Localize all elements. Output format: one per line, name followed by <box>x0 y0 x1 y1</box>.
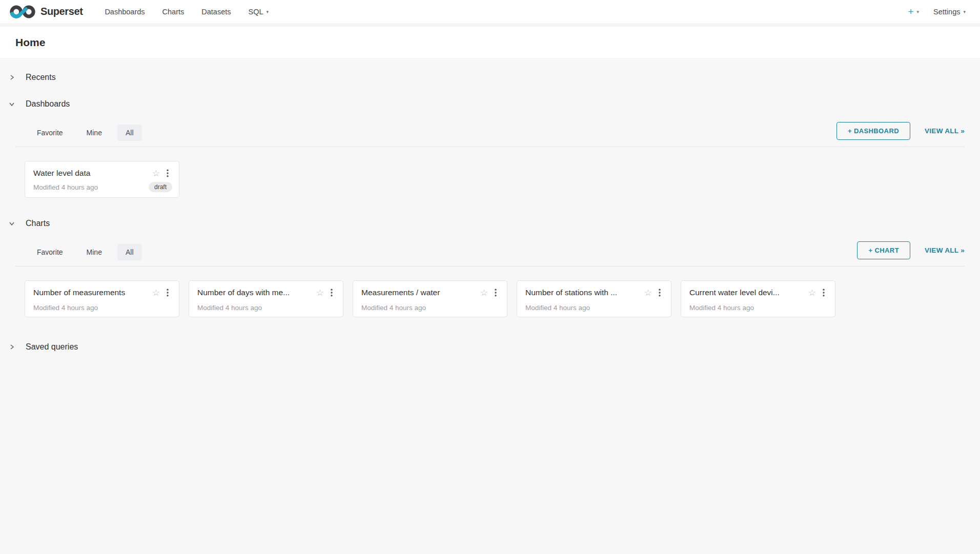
brand-name: Superset <box>40 6 83 17</box>
card-modified: Modified 4 hours ago <box>361 304 426 312</box>
card-modified: Modified 4 hours ago <box>33 304 98 312</box>
section-title: Dashboards <box>26 99 70 109</box>
nav-item-label: SQL <box>249 8 263 16</box>
draft-badge: draft <box>149 182 172 192</box>
favorite-star-icon[interactable]: ☆ <box>641 289 655 297</box>
kebab-menu-icon[interactable] <box>163 287 172 298</box>
chevron-right-icon <box>9 344 15 350</box>
caret-down-icon: ▾ <box>963 9 966 14</box>
new-chart-button[interactable]: + CHART <box>857 241 910 259</box>
card-modified: Modified 4 hours ago <box>197 304 262 312</box>
tab-favorite[interactable]: Favorite <box>29 244 71 260</box>
dashboards-view-all-link[interactable]: VIEW ALL » <box>925 127 965 135</box>
superset-logo[interactable]: Superset <box>9 5 83 18</box>
nav-item-label: Charts <box>162 8 185 16</box>
charts-actions: + CHART VIEW ALL » <box>857 241 965 262</box>
tab-mine[interactable]: Mine <box>78 244 110 260</box>
caret-down-icon: ▾ <box>917 9 920 14</box>
tab-all[interactable]: All <box>117 244 142 260</box>
tab-all[interactable]: All <box>117 125 142 141</box>
section-charts-header[interactable]: Charts <box>0 212 980 235</box>
charts-subheader: Favorite Mine All + CHART VIEW ALL » <box>15 238 965 266</box>
chevron-down-icon <box>9 101 15 107</box>
charts-view-all-link[interactable]: VIEW ALL » <box>925 247 965 254</box>
card-title[interactable]: Measurements / water <box>361 288 477 297</box>
card-title[interactable]: Water level data <box>33 169 149 178</box>
nav-divider <box>0 23 980 27</box>
section-dashboards-header[interactable]: Dashboards <box>0 93 980 115</box>
kebab-menu-icon[interactable] <box>163 168 172 179</box>
caret-down-icon: ▾ <box>267 9 269 14</box>
nav-item-dashboards[interactable]: Dashboards <box>96 0 153 23</box>
card-title[interactable]: Current water level devi... <box>689 288 805 297</box>
chart-card[interactable]: Current water level devi... ☆ Modified 4… <box>681 280 835 317</box>
settings-menu-button[interactable]: Settings ▾ <box>926 0 973 23</box>
dashboard-card[interactable]: Water level data ☆ Modified 4 hours ago … <box>25 161 179 198</box>
nav-item-datasets[interactable]: Datasets <box>193 0 239 23</box>
charts-tabs: Favorite Mine All <box>29 244 142 260</box>
superset-infinity-icon <box>9 5 36 18</box>
new-dashboard-button[interactable]: + DASHBOARD <box>836 122 910 140</box>
chart-card[interactable]: Measurements / water ☆ Modified 4 hours … <box>353 280 507 317</box>
favorite-star-icon[interactable]: ☆ <box>149 169 163 178</box>
card-title[interactable]: Number of measurements <box>33 288 149 297</box>
card-title[interactable]: Number of stations with ... <box>525 288 641 297</box>
nav-item-label: Dashboards <box>105 8 145 16</box>
page-title: Home <box>15 36 45 49</box>
charts-cards: Number of measurements ☆ Modified 4 hour… <box>0 266 980 317</box>
section-recents-header[interactable]: Recents <box>0 66 980 89</box>
settings-label: Settings <box>933 8 960 16</box>
card-modified: Modified 4 hours ago <box>689 304 754 312</box>
nav-item-sql[interactable]: SQL ▾ <box>240 0 278 23</box>
kebab-menu-icon[interactable] <box>491 287 500 298</box>
nav-item-charts[interactable]: Charts <box>154 0 193 23</box>
card-modified: Modified 4 hours ago <box>525 304 590 312</box>
dashboards-subheader: Favorite Mine All + DASHBOARD VIEW ALL » <box>15 118 965 147</box>
chart-card[interactable]: Number of stations with ... ☆ Modified 4… <box>517 280 671 317</box>
chevron-down-icon <box>9 220 15 227</box>
favorite-star-icon[interactable]: ☆ <box>313 289 327 297</box>
section-title: Saved queries <box>26 342 78 352</box>
section-title: Charts <box>26 219 50 228</box>
chevron-right-icon <box>9 74 15 80</box>
top-nav: Superset Dashboards Charts Datasets SQL … <box>0 0 980 23</box>
plus-icon: + <box>908 6 913 17</box>
card-title[interactable]: Number of days with me... <box>197 288 313 297</box>
favorite-star-icon[interactable]: ☆ <box>805 289 819 297</box>
tab-mine[interactable]: Mine <box>78 125 110 141</box>
tab-favorite[interactable]: Favorite <box>29 125 71 141</box>
nav-item-label: Datasets <box>201 8 231 16</box>
section-title: Recents <box>26 73 56 82</box>
home-content: Recents Dashboards Favorite Mine All + D… <box>0 58 980 358</box>
dashboards-actions: + DASHBOARD VIEW ALL » <box>836 122 965 143</box>
kebab-menu-icon[interactable] <box>327 287 336 298</box>
kebab-menu-icon[interactable] <box>655 287 664 298</box>
chart-card[interactable]: Number of days with me... ☆ Modified 4 h… <box>189 280 343 317</box>
section-saved-queries-header[interactable]: Saved queries <box>0 336 980 358</box>
kebab-menu-icon[interactable] <box>819 287 828 298</box>
card-modified: Modified 4 hours ago <box>33 183 98 191</box>
favorite-star-icon[interactable]: ☆ <box>149 289 163 297</box>
page-header: Home <box>0 27 980 58</box>
dashboards-tabs: Favorite Mine All <box>29 125 142 141</box>
dashboards-cards: Water level data ☆ Modified 4 hours ago … <box>0 147 980 198</box>
favorite-star-icon[interactable]: ☆ <box>477 289 491 297</box>
new-item-menu-button[interactable]: + ▾ <box>901 0 926 23</box>
chart-card[interactable]: Number of measurements ☆ Modified 4 hour… <box>25 280 179 317</box>
